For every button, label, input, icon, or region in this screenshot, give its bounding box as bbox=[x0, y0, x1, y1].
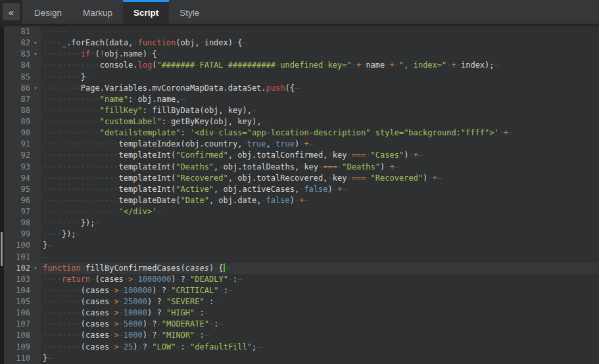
code-line[interactable]: ············console.log("#######·FATAL·#… bbox=[41, 60, 599, 71]
tab-markup[interactable]: Markup bbox=[72, 0, 123, 24]
collapse-panel-button[interactable]: « bbox=[3, 3, 20, 20]
code-row: 84············console.log("#######·FATAL… bbox=[4, 60, 599, 71]
line-number-label: 109 bbox=[4, 342, 30, 353]
line-number-label: 101 bbox=[4, 252, 30, 263]
line-number-label: 105 bbox=[4, 296, 30, 307]
line-number: 84 bbox=[4, 60, 41, 71]
eol-marker: – bbox=[204, 308, 209, 317]
eol-marker: – bbox=[494, 60, 499, 70]
scrollbar-thumb[interactable] bbox=[1, 232, 3, 266]
line-number: 83▾ bbox=[4, 49, 41, 60]
eol-marker: – bbox=[437, 173, 442, 183]
line-number-label: 89 bbox=[4, 116, 30, 127]
line-number: 107 bbox=[4, 319, 41, 330]
code-line[interactable]: ········(cases·>·10000)·?·"HIGH"·:– bbox=[41, 307, 599, 319]
code-line[interactable]: ················'</div>'– bbox=[41, 206, 599, 217]
fold-spacer bbox=[30, 150, 41, 161]
fold-spacer bbox=[30, 195, 41, 206]
line-number: 99 bbox=[4, 229, 41, 240]
eol-marker: – bbox=[228, 286, 233, 295]
script-code-editor[interactable]: 81····–82▾····_.forEach(data,·function(o… bbox=[0, 24, 599, 364]
eol-marker: – bbox=[395, 162, 399, 171]
line-number: 100 bbox=[4, 240, 41, 251]
eol-marker: – bbox=[181, 95, 185, 104]
tab-script[interactable]: Script bbox=[123, 0, 169, 24]
code-row: 109········(cases·>·25)·?·"LOW"·:·"defau… bbox=[4, 342, 599, 353]
editor-tab-bar: « DesignMarkupScriptStyle bbox=[0, 0, 599, 24]
code-line[interactable]: ········(cases·>·25)·?·"LOW"·:·"defaultF… bbox=[41, 342, 599, 353]
code-line[interactable]: ············"fillKey":·fillByData(obj,·k… bbox=[41, 105, 599, 116]
fold-spacer bbox=[30, 173, 41, 184]
fold-toggle-icon[interactable]: ▾ bbox=[30, 49, 41, 60]
line-number: 105 bbox=[4, 296, 41, 307]
code-row: 105········(cases·>·25000)·?·"SEVERE"·:– bbox=[4, 296, 599, 307]
fold-spacer bbox=[30, 307, 41, 319]
line-number-label: 106 bbox=[4, 307, 30, 319]
code-row: 96················templateDate("Date",·o… bbox=[4, 195, 599, 206]
code-row: 101– bbox=[4, 252, 599, 263]
code-line[interactable]: }– bbox=[41, 353, 599, 364]
fold-toggle-icon[interactable]: ▾ bbox=[30, 83, 41, 94]
code-row: 106········(cases·>·10000)·?·"HIGH"·:– bbox=[4, 307, 599, 319]
code-line[interactable]: ············"name":·obj.name,– bbox=[41, 94, 599, 105]
line-number-label: 104 bbox=[4, 285, 30, 296]
code-line[interactable]: ········Page.Variables.mvCoronaMapData.d… bbox=[41, 83, 599, 94]
eol-marker: – bbox=[218, 319, 223, 329]
line-number-label: 98 bbox=[4, 217, 30, 229]
fold-spacer bbox=[30, 94, 41, 105]
left-scrollbar[interactable] bbox=[0, 26, 4, 364]
code-line[interactable]: ····});– bbox=[41, 229, 599, 240]
code-line[interactable]: ········}– bbox=[41, 72, 599, 83]
eol-marker: – bbox=[237, 275, 242, 284]
code-line[interactable]: – bbox=[41, 252, 599, 263]
code-line[interactable]: ········});– bbox=[41, 217, 599, 229]
code-row: 91················templateIndex(obj.coun… bbox=[4, 139, 599, 150]
line-number: 108 bbox=[4, 330, 41, 341]
code-row: 87············"name":·obj.name,– bbox=[4, 94, 599, 105]
line-number: 106 bbox=[4, 307, 41, 319]
fold-spacer bbox=[30, 217, 41, 229]
code-line[interactable]: ················templateInt("Active",·ob… bbox=[41, 184, 599, 195]
code-line[interactable]: function·fillByConfirmedCases(cases)·{– bbox=[41, 263, 599, 274]
code-line[interactable]: ········(cases·>·25000)·?·"SEVERE"·:– bbox=[41, 296, 599, 307]
code-row: 90············"detailstemplate":·'<div·c… bbox=[4, 127, 599, 139]
code-line[interactable]: ····– bbox=[41, 26, 599, 37]
line-number: 102▾ bbox=[4, 263, 41, 274]
code-line[interactable]: }– bbox=[41, 240, 599, 251]
code-line[interactable]: ········if·(!obj.name)·{– bbox=[41, 49, 599, 60]
code-line[interactable]: ········(cases·>·1000)·?·"MINOR"·:– bbox=[41, 330, 599, 341]
code-line[interactable]: ················templateDate("Date",·obj… bbox=[41, 195, 599, 206]
fold-spacer bbox=[30, 229, 41, 240]
line-number-label: 102 bbox=[4, 263, 30, 274]
code-line[interactable]: ········(cases·>·100000)·?·"CRITICAL"·:– bbox=[41, 285, 599, 296]
code-row: 92················templateInt("Confirmed… bbox=[4, 150, 599, 161]
fold-spacer bbox=[30, 252, 41, 263]
code-line[interactable]: ····_.forEach(data,·function(obj,·index)… bbox=[41, 37, 599, 49]
code-line[interactable]: ················templateInt("Deaths",·ob… bbox=[41, 162, 599, 173]
code-line[interactable]: ················templateIndex(obj.countr… bbox=[41, 139, 599, 150]
fold-toggle-icon[interactable]: ▾ bbox=[30, 263, 41, 274]
line-number: 98 bbox=[4, 217, 41, 229]
code-line[interactable]: ················templateInt("Recovered",… bbox=[41, 173, 599, 184]
fold-spacer bbox=[30, 139, 41, 150]
code-line[interactable]: ········(cases·>·5000)·?·"MODERATE"·:– bbox=[41, 319, 599, 330]
code-line[interactable]: ····return·(cases·>·1000000)·?·"DEADLY"·… bbox=[41, 274, 599, 285]
tab-style[interactable]: Style bbox=[169, 0, 210, 24]
line-number-label: 91 bbox=[4, 139, 30, 150]
fold-spacer bbox=[30, 60, 41, 71]
line-number-label: 110 bbox=[4, 353, 30, 364]
code-row: 83▾········if·(!obj.name)·{– bbox=[4, 49, 599, 60]
code-line[interactable]: ················templateInt("Confirmed",… bbox=[41, 150, 599, 161]
eol-marker: – bbox=[95, 218, 99, 227]
line-number-label: 108 bbox=[4, 330, 30, 341]
code-line[interactable]: ············"customLabel":·getByKey(obj,… bbox=[41, 116, 599, 127]
line-number: 85 bbox=[4, 72, 41, 83]
eol-marker: – bbox=[508, 128, 513, 137]
eol-marker: – bbox=[156, 207, 161, 216]
eol-marker: – bbox=[256, 342, 261, 352]
fold-toggle-icon[interactable]: ▾ bbox=[30, 37, 41, 49]
fold-spacer bbox=[30, 105, 41, 116]
code-line[interactable]: ············"detailstemplate":·'<div·cla… bbox=[41, 127, 599, 139]
tab-design[interactable]: Design bbox=[24, 0, 72, 24]
line-number-label: 95 bbox=[4, 184, 30, 195]
